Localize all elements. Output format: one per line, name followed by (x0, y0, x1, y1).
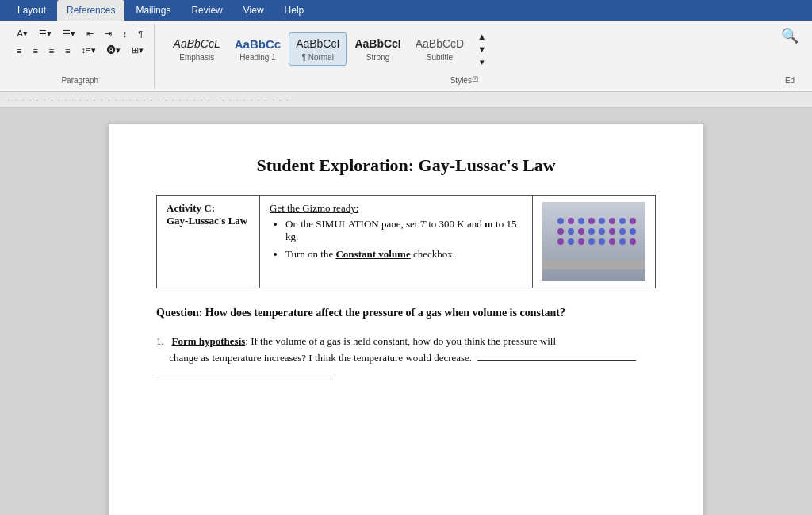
borders-btn[interactable]: ⊞▾ (128, 44, 147, 57)
style-strong-preview: AaBbCcI (354, 36, 400, 51)
dot (609, 218, 615, 224)
tab-help[interactable]: Help (275, 0, 314, 21)
dot (619, 218, 626, 224)
item1-continuation: change as temperature increases? I think… (156, 352, 472, 364)
styles-scroll-down[interactable]: ▼ (473, 43, 490, 55)
style-subtitle-preview: AaBbCcD (416, 36, 464, 51)
tab-references[interactable]: References (57, 0, 124, 21)
activity-image-cell (533, 196, 656, 288)
line-spacing-btn[interactable]: ↕≡▾ (78, 44, 100, 57)
dot (578, 228, 584, 235)
align-right-btn[interactable]: ≡ (45, 44, 58, 57)
t-variable: T (420, 218, 426, 230)
activity-label-cell: Activity C: Gay-Lussac's Law (157, 196, 260, 288)
style-heading1-preview: AaBbCc (235, 36, 281, 52)
activity-label-line2: Gay-Lussac's Law (167, 215, 247, 227)
constant-volume-label: Constant volume (335, 248, 410, 260)
pilcrow-btn[interactable]: ¶ (134, 28, 147, 40)
blank-line-1[interactable] (156, 380, 331, 380)
dot (557, 228, 564, 235)
dot (588, 218, 595, 224)
document-wrapper: Student Exploration: Gay-Lussac's Law Ac… (0, 108, 812, 515)
activity-content-cell: Get the Gizmo ready: On the SIMULATION p… (260, 196, 533, 288)
style-normal-label: ¶ Normal (302, 53, 334, 62)
dot (568, 228, 574, 235)
m-variable: m (485, 218, 493, 230)
ribbon-tab-bar: Layout References Mailings Review View H… (0, 0, 812, 21)
styles-expand-icon: ⊡ (472, 74, 478, 83)
style-emphasis-preview: AaBbCcL (174, 36, 220, 51)
instructions-list: On the SIMULATION pane, set T to 300 K a… (270, 218, 523, 261)
styles-expand[interactable]: ▾ (473, 55, 490, 69)
styles-section-label: Styles (450, 73, 472, 85)
ruler-marks: · · · · · · · · · · · · · · · · · · · · … (8, 96, 290, 104)
tab-review[interactable]: Review (182, 0, 232, 21)
dot (568, 218, 574, 224)
dot (630, 218, 636, 224)
style-normal[interactable]: AaBbCcI ¶ Normal (289, 32, 347, 65)
font-tools-row1: A▾ ☰▾ ☰▾ ⇤ ⇥ ↕ ¶ (13, 27, 147, 40)
editing-section: 🔍 Ed (774, 24, 806, 88)
font-tools-row2: ≡ ≡ ≡ ≡ ↕≡▾ 🅐▾ ⊞▾ (13, 44, 147, 57)
dot (630, 228, 636, 235)
style-emphasis-label: Emphasis (179, 53, 214, 62)
dot (588, 238, 595, 245)
align-left-btn[interactable]: ≡ (13, 44, 25, 57)
dot (609, 238, 615, 245)
align-center-btn[interactable]: ≡ (29, 44, 41, 57)
styles-scroll-up[interactable]: ▲ (473, 30, 490, 43)
dot (599, 228, 605, 235)
dot (630, 238, 636, 245)
dot (619, 228, 626, 235)
indent-increase-btn[interactable]: ⇥ (101, 27, 116, 40)
dot (557, 238, 564, 245)
tab-mailings[interactable]: Mailings (126, 0, 180, 21)
question-text: Question: How does temperature affect th… (156, 304, 656, 321)
style-strong-label: Strong (366, 53, 389, 62)
style-normal-preview: AaBbCcI (296, 36, 339, 51)
dot (588, 228, 595, 235)
styles-grid: AaBbCcL Emphasis AaBbCc Heading 1 AaBbCc… (167, 27, 761, 71)
justify-btn[interactable]: ≡ (61, 44, 74, 57)
sort-btn[interactable]: ↕ (119, 28, 132, 40)
bullets-btn[interactable]: ☰▾ (35, 27, 56, 40)
style-subtitle[interactable]: AaBbCcD Subtitle (409, 33, 470, 64)
item1-number: 1. (156, 335, 169, 347)
styles-section: AaBbCcL Emphasis AaBbCc Heading 1 AaBbCc… (161, 24, 768, 88)
numbering-btn[interactable]: ☰▾ (59, 27, 79, 40)
activity-table: Activity C: Gay-Lussac's Law Get the Giz… (156, 195, 656, 288)
paragraph-section-label: Paragraph (61, 73, 98, 85)
ribbon-content-area: A▾ ☰▾ ☰▾ ⇤ ⇥ ↕ ¶ ≡ ≡ ≡ ≡ ↕≡▾ 🅐▾ ⊞▾ Parag… (0, 21, 812, 92)
item1-label: Form hypothesis (172, 335, 246, 347)
style-emphasis[interactable]: AaBbCcL Emphasis (167, 33, 227, 64)
instruction-item-2: Turn on the Constant volume checkbox. (285, 248, 523, 261)
dot (578, 218, 584, 224)
style-strong[interactable]: AaBbCcI Strong (348, 33, 407, 64)
numbered-item-1: 1. Form hypothesis: If the volume of a g… (156, 334, 656, 367)
editing-section-label: Ed (785, 73, 795, 85)
get-ready-label: Get the Gizmo ready: (270, 202, 523, 215)
dot (599, 238, 605, 245)
dot (578, 238, 584, 245)
dot (609, 228, 615, 235)
search-icon[interactable]: 🔍 (781, 27, 799, 44)
shading-btn[interactable]: 🅐▾ (103, 44, 124, 57)
instruction-item-1: On the SIMULATION pane, set T to 300 K a… (285, 218, 523, 243)
dot (557, 218, 564, 224)
font-name-dropdown[interactable]: A▾ (13, 27, 31, 40)
tab-layout[interactable]: Layout (8, 0, 56, 21)
item1-text: : If the volume of a gas is held constan… (245, 335, 556, 347)
answer-line-1[interactable] (477, 360, 636, 361)
document-page: Student Exploration: Gay-Lussac's Law Ac… (109, 124, 703, 515)
dot (619, 238, 626, 245)
dot (568, 238, 574, 245)
tab-view[interactable]: View (234, 0, 274, 21)
document-title: Student Exploration: Gay-Lussac's Law (156, 155, 656, 176)
activity-label-line1: Activity C: (167, 202, 215, 214)
font-section: A▾ ☰▾ ☰▾ ⇤ ⇥ ↕ ¶ ≡ ≡ ≡ ≡ ↕≡▾ 🅐▾ ⊞▾ Parag… (6, 24, 155, 88)
indent-decrease-btn[interactable]: ⇤ (82, 27, 98, 40)
gizmo-image (542, 202, 645, 281)
gizmo-shelf (542, 260, 645, 269)
style-subtitle-label: Subtitle (427, 53, 453, 62)
style-heading1[interactable]: AaBbCc Heading 1 (228, 33, 287, 66)
